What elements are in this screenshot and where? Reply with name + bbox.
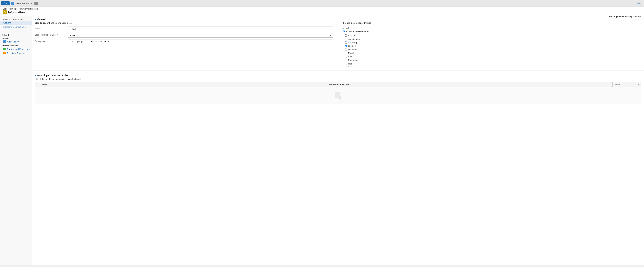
name-row: Name* <box>35 26 333 31</box>
realtime-processes-label: Real-time Processes <box>7 52 27 54</box>
sidebar-item-audit-history[interactable]: Audit History <box>0 40 32 44</box>
name-required-star: * <box>40 27 41 30</box>
general-collapse-icon: ▼ <box>35 18 36 20</box>
empty-state <box>330 88 346 103</box>
general-section-title: General <box>37 18 46 21</box>
name-input[interactable] <box>68 26 333 31</box>
matching-table: Name Connection Role Cate... Status ▿ <box>35 82 641 104</box>
content-area: ▼ General Step 1: Describe the connectio… <box>32 16 644 265</box>
help-link[interactable]: Help ▾ <box>636 2 643 4</box>
matching-section: ▼ Matching Connection Roles Step 3: List… <box>32 71 644 106</box>
record-type-appointment[interactable]: Appointment <box>343 37 641 41</box>
file-button[interactable]: File <box>1 1 10 5</box>
step3-title: Step 3: List matching connection roles (… <box>35 78 641 80</box>
all-radio[interactable] <box>343 27 345 29</box>
th-category[interactable]: Connection Role Cate... <box>326 82 613 87</box>
appointment-checkbox[interactable] <box>344 38 347 40</box>
general-section-content: Step 1: Describe the connection role Nam… <box>32 22 644 71</box>
th-name[interactable]: Name <box>40 82 326 87</box>
category-select[interactable]: Business Family Social Sales Team Servic… <box>68 33 333 38</box>
record-type-letter[interactable]: Letter <box>343 65 641 67</box>
record-type-challenge[interactable]: Challenge <box>343 41 641 44</box>
main-layout: Connection Role : Inform... General Matc… <box>0 16 644 265</box>
record-type-fax[interactable]: Fax <box>343 55 641 58</box>
category-row: Connection Role Category Business Family… <box>35 33 333 38</box>
step2-title: Step 2: Select record types <box>343 22 641 24</box>
email-checkbox[interactable] <box>344 52 347 54</box>
record-type-idea[interactable]: Idea <box>343 62 641 65</box>
sidebar-item-realtime-processes[interactable]: Real-time Processes <box>0 51 32 55</box>
record-types-section: All Only these record types: Account App… <box>343 26 641 67</box>
description-textarea[interactable]: These people interact socially <box>68 39 333 58</box>
sidebar-item-matching[interactable]: Matching Connection... <box>0 25 32 29</box>
breadcrumb: Connection Role: New Connection Role <box>3 8 641 10</box>
page-header: Connection Role: New Connection Role Inf… <box>0 7 644 16</box>
sidebar: Connection Role : Inform... General Matc… <box>0 16 32 265</box>
description-label: Description <box>35 39 68 42</box>
th-status[interactable]: Status <box>612 82 633 87</box>
matching-collapse-icon: ▼ <box>35 75 36 76</box>
record-type-email[interactable]: Email <box>343 51 641 55</box>
category-select-wrapper: Business Family Social Sales Team Servic… <box>68 33 333 38</box>
only-these-radio-row: Only these record types: <box>343 30 641 32</box>
donation-checkbox[interactable] <box>344 48 347 51</box>
help-icon: ? <box>634 2 636 5</box>
record-type-donation[interactable]: Donation <box>343 48 641 51</box>
extra-toolbar-icon <box>34 2 38 5</box>
th-filter[interactable]: ▿ <box>633 82 641 87</box>
general-section-header[interactable]: ▼ General <box>32 16 644 22</box>
fax-checkbox[interactable] <box>344 56 347 58</box>
letter-checkbox[interactable] <box>344 66 347 67</box>
sidebar-related-label: Related <box>0 32 32 36</box>
sidebar-process-label: Process Sessions <box>0 44 32 47</box>
only-these-radio[interactable] <box>343 30 345 32</box>
table-body <box>35 87 641 104</box>
page-title: Information <box>8 11 25 14</box>
save-close-button[interactable]: Save and Close <box>15 1 33 5</box>
background-processes-label: Background Processes <box>7 48 30 50</box>
name-label: Name* <box>35 26 68 30</box>
step1-column: Step 1: Describe the connection role Nam… <box>35 22 338 67</box>
save-icon <box>11 2 14 5</box>
category-label: Connection Role Category <box>35 33 68 36</box>
audit-history-icon <box>3 40 6 43</box>
description-row: Description These people interact social… <box>35 39 333 58</box>
contact-checkbox[interactable] <box>344 45 347 47</box>
table-header: Name Connection Role Cate... Status ▿ <box>35 82 641 87</box>
record-types-list[interactable]: Account Appointment Challenge Contact Do <box>343 33 641 67</box>
all-label[interactable]: All <box>346 26 349 29</box>
audit-history-label: Audit History <box>7 40 20 43</box>
record-type-fundraiser[interactable]: Fundraiser <box>343 58 641 62</box>
matching-section-header[interactable]: ▼ Matching Connection Roles <box>35 72 641 78</box>
record-type-account[interactable]: Account <box>343 34 641 37</box>
page-icon <box>3 10 7 14</box>
toolbar: File Save and Close ? Help ▾ <box>0 0 644 7</box>
filter-icon: ▿ <box>638 83 640 86</box>
background-processes-icon <box>3 48 6 50</box>
step2-column: Step 2: Select record types All Only the… <box>338 22 641 67</box>
sidebar-common-label: Common <box>0 36 32 40</box>
realtime-processes-icon <box>3 52 6 54</box>
th-checkbox <box>35 83 40 85</box>
sidebar-item-general[interactable]: General <box>0 21 32 25</box>
only-these-label[interactable]: Only these record types: <box>346 30 370 32</box>
matching-section-title: Matching Connection Roles <box>37 74 68 77</box>
all-radio-row: All <box>343 26 641 29</box>
idea-checkbox[interactable] <box>344 63 347 65</box>
step1-title: Step 1: Describe the connection role <box>35 22 333 24</box>
sidebar-nav-heading: Connection Role : Inform... <box>0 18 32 21</box>
fundraiser-checkbox[interactable] <box>344 59 347 61</box>
record-type-contact[interactable]: Contact <box>343 44 641 48</box>
account-checkbox[interactable] <box>344 34 347 37</box>
challenge-checkbox[interactable] <box>344 41 347 44</box>
working-on-label: Working on solution: My solution <box>609 15 641 18</box>
sidebar-item-background-processes[interactable]: Background Processes <box>0 47 32 51</box>
